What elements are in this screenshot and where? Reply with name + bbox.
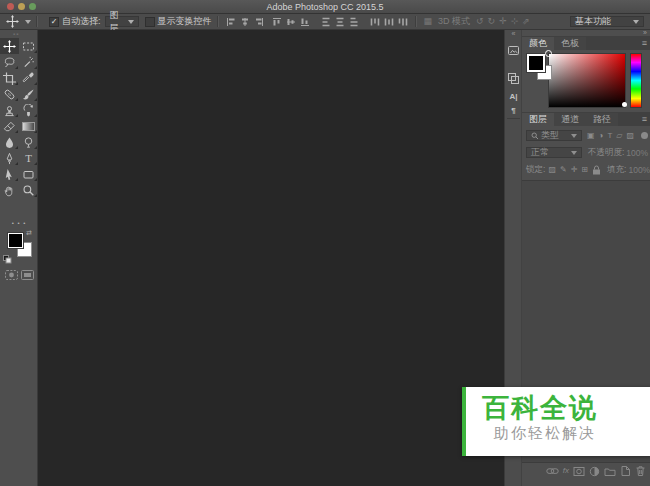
distribute-left-edges-icon[interactable] [370, 17, 380, 27]
workspace-dropdown[interactable]: 基本功能 [570, 16, 644, 27]
tab-swatches[interactable]: 色板 [554, 37, 586, 50]
quick-mask-button[interactable] [4, 268, 19, 282]
filter-pixel-layers-icon[interactable]: ▣ [587, 130, 595, 142]
3d-roll-icon[interactable]: ↻ [488, 14, 496, 29]
layer-filter-dropdown[interactable]: 类型 [526, 130, 582, 141]
crop-tool[interactable] [0, 70, 19, 86]
healing-brush-tool[interactable] [0, 86, 19, 102]
divider [507, 118, 520, 119]
character-panel-icon[interactable]: A| [505, 92, 522, 101]
filter-type-layers-icon[interactable]: T [607, 130, 612, 142]
type-tool[interactable]: T [19, 150, 38, 166]
delete-layer-icon[interactable] [635, 465, 646, 477]
auto-select-target-dropdown[interactable]: 图层 [105, 16, 139, 27]
tab-layers[interactable]: 图层 [522, 113, 554, 126]
gradient-tool[interactable] [19, 118, 38, 134]
eyedropper-tool[interactable] [19, 70, 38, 86]
blend-mode-dropdown[interactable]: 正常 [526, 147, 582, 158]
filter-shape-layers-icon[interactable]: ▱ [616, 130, 622, 142]
filter-smart-objects-icon[interactable]: ▨ [626, 130, 634, 142]
3d-rotate-icon[interactable]: ↺ [476, 14, 484, 29]
tools-panel: ▪▪ T • • • ⇄ [0, 30, 38, 486]
fill-value[interactable]: 100% [628, 165, 650, 175]
opacity-value[interactable]: 100% [626, 148, 648, 158]
lock-position-icon[interactable]: ✛ [571, 164, 578, 176]
pen-tool[interactable] [0, 150, 19, 166]
quick-selection-tool[interactable] [19, 54, 38, 70]
new-group-icon[interactable] [604, 466, 616, 477]
distribute-horizontal-centers-icon[interactable] [384, 17, 394, 27]
show-transform-label: 显示变换控件 [158, 15, 212, 28]
lock-image-pixels-icon[interactable]: ✎ [560, 164, 567, 176]
3d-scale-icon[interactable]: ⇗ [522, 14, 530, 29]
add-layer-mask-icon[interactable] [573, 466, 585, 477]
separator [415, 16, 417, 27]
layer-style-fx-icon[interactable]: fx [563, 466, 569, 476]
hue-slider[interactable] [630, 53, 642, 108]
3d-drag-icon[interactable]: ✛ [499, 14, 507, 29]
blur-tool[interactable] [0, 134, 19, 150]
tab-paths[interactable]: 路径 [586, 113, 618, 126]
marquee-tool[interactable] [19, 38, 38, 54]
lock-all-icon[interactable] [592, 165, 601, 175]
gradient-icon [22, 122, 35, 131]
align-horizontal-centers-icon[interactable] [240, 17, 250, 27]
brush-tool[interactable] [19, 86, 38, 102]
move-tool-preset-icon[interactable] [6, 15, 19, 28]
swap-colors-icon[interactable]: ⇄ [26, 229, 32, 237]
water-drop-icon [3, 136, 16, 149]
distribute-top-edges-icon[interactable] [321, 17, 331, 27]
dropdown-caret-icon [128, 20, 134, 24]
dodge-tool[interactable] [19, 134, 38, 150]
color-panel-foreground-swatch[interactable] [527, 54, 545, 72]
layer-filter-toggle[interactable] [641, 132, 648, 139]
filter-adjustment-layers-icon[interactable]: ◑ [599, 130, 604, 142]
saturation-brightness-field[interactable] [548, 53, 626, 108]
shape-tool[interactable] [19, 166, 38, 182]
eraser-tool[interactable] [0, 118, 19, 134]
watermark-subtitle: 助你轻松解决 [494, 424, 650, 443]
show-transform-checkbox[interactable] [145, 17, 155, 27]
distribute-right-edges-icon[interactable] [398, 17, 408, 27]
screen-mode-button[interactable] [20, 268, 35, 282]
new-layer-icon[interactable] [620, 465, 631, 477]
lock-artboard-icon[interactable]: ⊞ [581, 164, 588, 176]
lasso-tool[interactable] [0, 54, 19, 70]
path-selection-tool[interactable] [0, 166, 19, 182]
align-right-edges-icon[interactable] [254, 17, 264, 27]
distribute-spacing-icon[interactable]: ▦ [424, 14, 433, 29]
auto-select-checkbox[interactable]: ✓ [49, 17, 59, 27]
move-tool[interactable] [0, 38, 19, 54]
eraser-icon [3, 120, 16, 133]
3d-slide-icon[interactable]: ⊹ [511, 14, 519, 29]
panel-menu-icon[interactable]: ≡ [642, 37, 647, 50]
tab-color[interactable]: 颜色 [522, 37, 554, 50]
new-adjustment-layer-icon[interactable] [589, 466, 600, 477]
default-colors-icon[interactable] [3, 255, 12, 264]
paragraph-panel-icon[interactable]: ¶ [505, 106, 522, 115]
link-layers-icon[interactable] [546, 465, 559, 477]
collapse-panels-icon[interactable]: » [643, 29, 647, 36]
align-bottom-edges-icon[interactable] [300, 17, 310, 27]
align-vertical-centers-icon[interactable] [286, 17, 296, 27]
zoom-tool[interactable] [19, 182, 38, 198]
clone-stamp-tool[interactable] [0, 102, 19, 118]
history-brush-tool[interactable] [19, 102, 38, 118]
adjustments-panel-icon[interactable] [505, 72, 522, 85]
edit-toolbar-icon[interactable]: • • • [0, 220, 38, 226]
distribute-bottom-edges-icon[interactable] [349, 17, 359, 27]
color-sample-dot-icon[interactable] [622, 102, 627, 107]
foreground-color-swatch[interactable] [8, 233, 23, 248]
tool-preset-caret-icon[interactable] [25, 20, 31, 24]
panel-menu-icon[interactable]: ≡ [642, 113, 647, 126]
expand-dock-icon[interactable]: « [505, 30, 522, 37]
tab-channels[interactable]: 通道 [554, 113, 586, 126]
lock-transparent-pixels-icon[interactable]: ▨ [548, 164, 556, 176]
distribute-vertical-centers-icon[interactable] [335, 17, 345, 27]
align-top-edges-icon[interactable] [272, 17, 282, 27]
toolbar-grip-icon[interactable]: ▪▪ [13, 31, 19, 37]
libraries-panel-icon[interactable] [505, 44, 522, 57]
color-marker-icon[interactable] [545, 50, 552, 57]
hand-tool[interactable] [0, 182, 19, 198]
align-left-edges-icon[interactable] [226, 17, 236, 27]
